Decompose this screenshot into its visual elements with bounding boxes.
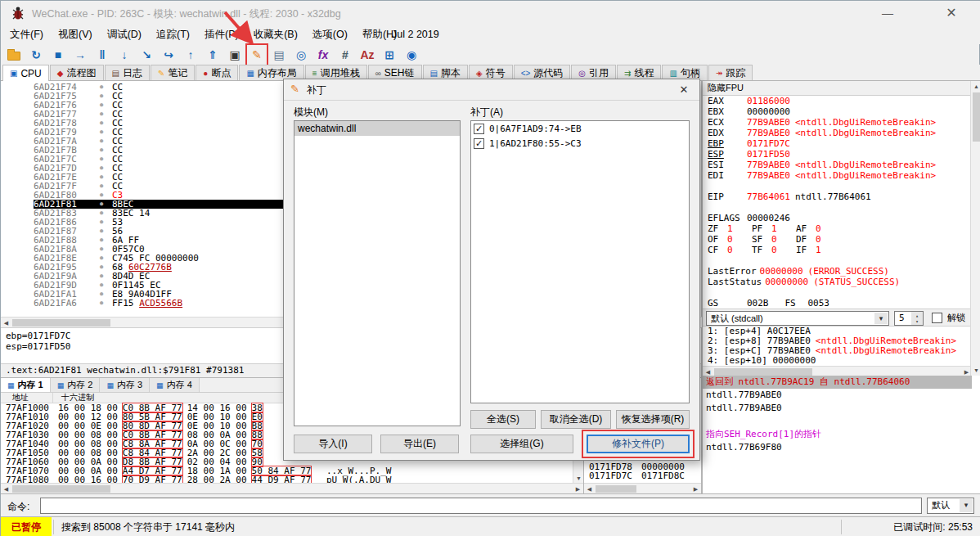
register-row[interactable]: LastError00000000(ERROR_SUCCESS)	[703, 266, 972, 277]
run-button[interactable]: →	[70, 45, 90, 65]
register-row[interactable]: EFLAGS00000246	[703, 213, 972, 223]
memory-window-button[interactable]: ⊞	[380, 45, 399, 65]
pause-button[interactable]: ‖	[92, 45, 112, 65]
register-row[interactable]: EDI77B9ABE0<ntdll.DbgUiRemoteBreakin>	[703, 170, 972, 181]
argument-row[interactable]: 4: [esp+10] 00000000	[703, 356, 972, 366]
register-row[interactable]: ESP0171FD50	[703, 149, 972, 160]
patch-dialog-titlebar[interactable]: ✎ 补丁 ✕	[284, 79, 699, 101]
pick-groups-button[interactable]: 选择组(G)	[470, 435, 573, 453]
step-out-button[interactable]: ↑	[181, 45, 200, 65]
internet-button[interactable]: ◉	[402, 45, 421, 65]
stack-info-line[interactable]: 返回到 ntdll.77B9AC19 自 ntdll.77B64060	[703, 376, 972, 389]
register-row[interactable]: EIP77B64061ntdll.77B64061	[703, 191, 972, 202]
tab-跟踪[interactable]: ↠跟踪	[708, 65, 753, 80]
stack-info-line[interactable]	[703, 415, 972, 428]
compass-button[interactable]: ◎	[291, 45, 311, 65]
dump-hscrollbar[interactable]: ◀▶	[1, 483, 583, 493]
registers-vscrollbar[interactable]: ▲▼	[970, 81, 980, 376]
scroll-thumb[interactable]	[12, 485, 110, 493]
chevron-down-icon[interactable]: ▾	[874, 313, 888, 324]
tab-流程图[interactable]: ◆流程图	[50, 65, 104, 80]
patch-item[interactable]: ✓0|6A7F1AD9:74->EB	[471, 121, 689, 136]
register-row[interactable]: CF0TF0IF1	[703, 245, 972, 255]
patch-dialog-close-button[interactable]: ✕	[673, 82, 695, 98]
stack-info-line[interactable]: 指向SEH_Record[1]的指针	[703, 428, 972, 441]
register-row[interactable]: ZF1PF1AF0	[703, 223, 972, 234]
register-row[interactable]: GS002BFS0053	[703, 298, 972, 309]
import-button[interactable]: 导入(I)	[294, 435, 372, 453]
export-button[interactable]: 导出(E)	[380, 435, 459, 453]
register-row[interactable]	[703, 255, 972, 266]
dump-tab-内存 3[interactable]: ▦内存 3	[100, 378, 150, 392]
hide-fpu-bar[interactable]: 隐藏FPU	[703, 81, 980, 96]
scroll-thumb[interactable]	[973, 92, 980, 142]
dump-tab-内存 1[interactable]: ▦内存 1	[1, 378, 51, 392]
scroll-thumb[interactable]	[596, 485, 636, 493]
patches-button[interactable]: ✎	[247, 45, 267, 65]
patch-item[interactable]: ✓1|6AD21F80:55->C3	[471, 136, 689, 151]
register-row[interactable]: ECX77B9ABE0<ntdll.DbgUiRemoteBreakin>	[703, 117, 972, 128]
menu-item[interactable]: 选项(O)	[305, 25, 355, 44]
patch-checkbox[interactable]: ✓	[474, 138, 484, 149]
menu-item[interactable]: 文件(F)	[2, 25, 51, 44]
hash-button[interactable]: #	[335, 45, 355, 65]
stack-hscrollbar[interactable]: ◀▶	[584, 483, 701, 493]
scroll-up-icon[interactable]: ▲	[971, 81, 980, 92]
register-row[interactable]: ESI77B9ABE0<ntdll.DbgUiRemoteBreakin>	[703, 160, 972, 170]
stack-info-line[interactable]: ntdll.77B9ABE0	[703, 402, 972, 415]
scroll-down-icon[interactable]: ▼	[971, 365, 980, 376]
module-item[interactable]: wechatwin.dll	[294, 121, 460, 136]
functions-button[interactable]: fx	[313, 45, 333, 65]
calling-convention-combo[interactable]: 默认 (stdcall) ▾	[706, 311, 889, 326]
arg-count-spinner[interactable]: 5 ▴▾	[894, 311, 924, 326]
tab-日志[interactable]: ▤日志	[105, 65, 150, 80]
menu-item[interactable]: 收藏夹(B)	[246, 25, 305, 44]
select-all-button[interactable]: 全选(S)	[470, 410, 536, 429]
register-row[interactable]	[703, 202, 972, 213]
dump-tab-内存 2[interactable]: ▦内存 2	[51, 378, 101, 392]
restore-selected-button[interactable]: 恢复选择项(R)	[616, 410, 690, 429]
deselect-all-button[interactable]: 取消全选(D)	[541, 410, 611, 429]
menu-item[interactable]: 调试(D)	[100, 25, 149, 44]
dump-tab-内存 4[interactable]: ▦内存 4	[150, 378, 200, 392]
scroll-thumb[interactable]	[12, 319, 110, 327]
step-into-button[interactable]: ↘	[137, 45, 156, 65]
command-input[interactable]	[40, 498, 922, 514]
close-button[interactable]: ✕	[933, 1, 969, 25]
register-row[interactable]: EBX00000000	[703, 106, 972, 117]
menu-item[interactable]: 视图(V)	[51, 25, 100, 44]
spinner-arrows-icon[interactable]: ▴▾	[911, 312, 923, 325]
tab-断点[interactable]: ●断点	[196, 65, 238, 80]
stack-row[interactable]: 0171FD7C0171FD8C	[584, 471, 701, 480]
stack-info-line[interactable]: ntdll.77B9ABE0	[703, 389, 972, 402]
step-over-button[interactable]: ↪	[159, 45, 178, 65]
register-row[interactable]: EBP0171FD7C	[703, 138, 972, 149]
run-to-user-code-button[interactable]: ↓	[115, 45, 134, 65]
menu-item[interactable]: 插件(P)	[197, 25, 246, 44]
execute-till-return-button[interactable]: ⇑	[203, 45, 223, 65]
register-row[interactable]: OF0SF0DF0	[703, 234, 972, 245]
open-file-button[interactable]	[4, 45, 24, 65]
restart-button[interactable]: ↻	[26, 45, 46, 65]
patch-file-button[interactable]: 修补文件(P)	[587, 435, 690, 453]
patch-checkbox[interactable]: ✓	[474, 124, 484, 134]
log-window-button[interactable]: ▣	[225, 45, 245, 65]
register-row[interactable]: EDX77B9ABE0<ntdll.DbgUiRemoteBreakin>	[703, 128, 972, 138]
register-row[interactable]: EAX01186000	[703, 96, 972, 106]
unlock-checkbox[interactable]	[932, 313, 942, 323]
scroll-thumb[interactable]	[714, 368, 812, 376]
favourites-button[interactable]: ▤	[269, 45, 289, 65]
command-profile-combo[interactable]: 默认 ▾	[927, 498, 974, 514]
register-row[interactable]	[703, 287, 972, 298]
register-row[interactable]	[703, 181, 972, 191]
stack-info-line[interactable]: ntdll.77B69F80	[703, 441, 972, 454]
tab-CPU[interactable]: ▣CPU	[2, 65, 49, 81]
menu-item[interactable]: 追踪(T)	[149, 25, 197, 44]
tab-笔记[interactable]: ✎笔记	[151, 65, 195, 80]
build-date: Jul 2 2019	[392, 25, 439, 44]
chevron-down-icon[interactable]: ▾	[960, 499, 973, 512]
stop-button[interactable]: ■	[48, 45, 68, 65]
register-row[interactable]: LastStatus00000000(STATUS_SUCCESS)	[703, 277, 972, 287]
minimize-button[interactable]: —	[870, 1, 906, 25]
strings-button[interactable]: Az	[357, 45, 377, 65]
